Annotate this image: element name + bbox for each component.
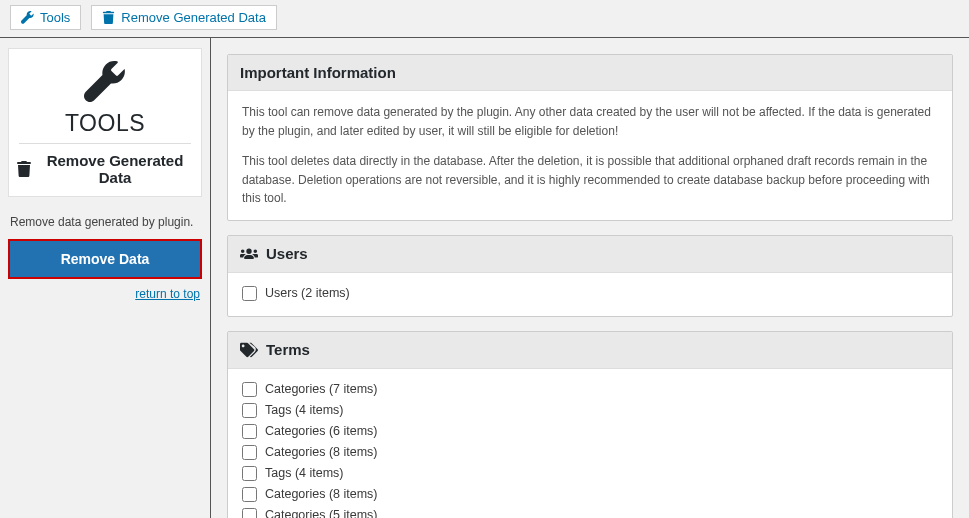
important-info-panel: Important Information This tool can remo… [227,54,953,221]
breadcrumb-remove[interactable]: Remove Generated Data [91,5,277,30]
trash-icon [102,11,115,24]
terms-checklist: Categories (7 items)Tags (4 items)Catego… [228,369,952,518]
users-panel: Users Users (2 items) [227,235,953,317]
sidebar-card: TOOLS Remove Generated Data [8,48,202,197]
terms-panel-title: Terms [266,341,310,358]
terms-check-row[interactable]: Categories (8 items) [242,442,938,463]
terms-checkbox-0[interactable] [242,382,257,397]
terms-check-row[interactable]: Categories (8 items) [242,484,938,505]
info-paragraph-2: This tool deletes data directly in the d… [242,152,938,208]
wrench-icon [21,11,34,24]
tags-icon [240,341,258,359]
terms-check-row[interactable]: Tags (4 items) [242,400,938,421]
users-check-row[interactable]: Users (2 items) [242,283,938,304]
trash-icon [17,161,31,177]
breadcrumb-tools-label: Tools [40,10,70,25]
terms-item-label-6: Categories (5 items) [265,508,378,518]
content-area: Important Information This tool can remo… [211,38,969,518]
breadcrumb-remove-label: Remove Generated Data [121,10,266,25]
sidebar-subtitle: Remove Generated Data [9,144,201,186]
main-layout: TOOLS Remove Generated Data Remove data … [0,38,969,518]
users-item-label-0: Users (2 items) [265,286,350,300]
terms-checkbox-2[interactable] [242,424,257,439]
terms-checkbox-5[interactable] [242,487,257,502]
important-info-heading: Important Information [228,55,952,91]
terms-item-label-0: Categories (7 items) [265,382,378,396]
terms-checkbox-3[interactable] [242,445,257,460]
terms-panel-heading: Terms [228,332,952,369]
return-to-top-link[interactable]: return to top [8,279,202,309]
terms-item-label-2: Categories (6 items) [265,424,378,438]
breadcrumb-tools[interactable]: Tools [10,5,81,30]
sidebar-subtitle-text: Remove Generated Data [37,152,193,186]
sidebar-icon-wrap [9,49,201,106]
important-info-body: This tool can remove data generated by t… [228,91,952,220]
terms-checkbox-1[interactable] [242,403,257,418]
terms-item-label-4: Tags (4 items) [265,466,344,480]
terms-check-row[interactable]: Tags (4 items) [242,463,938,484]
terms-checkbox-6[interactable] [242,508,257,518]
breadcrumb-bar: Tools Remove Generated Data [0,0,969,38]
tools-hero-icon [84,61,126,103]
terms-panel: Terms Categories (7 items)Tags (4 items)… [227,331,953,518]
page-root: Tools Remove Generated Data TOOLS Remove… [0,0,969,518]
terms-checkbox-4[interactable] [242,466,257,481]
sidebar-description: Remove data generated by plugin. [8,197,202,239]
users-checklist: Users (2 items) [228,273,952,316]
remove-data-button[interactable]: Remove Data [8,239,202,279]
sidebar: TOOLS Remove Generated Data Remove data … [0,38,211,518]
terms-check-row[interactable]: Categories (5 items) [242,505,938,518]
terms-check-row[interactable]: Categories (6 items) [242,421,938,442]
users-panel-title: Users [266,245,308,262]
users-checkbox-0[interactable] [242,286,257,301]
terms-item-label-1: Tags (4 items) [265,403,344,417]
terms-check-row[interactable]: Categories (7 items) [242,379,938,400]
users-icon [240,245,258,263]
info-paragraph-1: This tool can remove data generated by t… [242,103,938,140]
sidebar-title: TOOLS [9,106,201,143]
users-panel-heading: Users [228,236,952,273]
terms-item-label-3: Categories (8 items) [265,445,378,459]
terms-item-label-5: Categories (8 items) [265,487,378,501]
